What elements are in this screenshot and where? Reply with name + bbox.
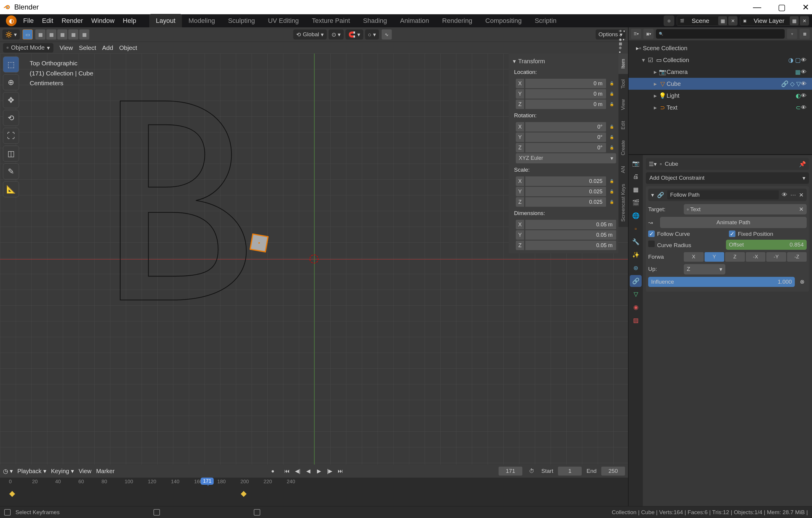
n-panel-header[interactable]: ▾ Transform	[511, 56, 616, 66]
snapping[interactable]: 🧲 ▾	[345, 29, 363, 39]
eye-icon[interactable]: 👁	[801, 104, 809, 111]
outliner-scene-collection[interactable]: ▸▫Scene Collection	[629, 42, 812, 54]
maximize-button[interactable]: ▢	[778, 2, 786, 12]
select-mode-4-icon[interactable]: ▦	[68, 29, 78, 39]
layer-close-icon[interactable]: ✕	[800, 16, 809, 25]
offset-field[interactable]: Offset0.854	[726, 240, 807, 250]
proptab-output[interactable]: 🖨	[630, 170, 642, 182]
pivot-point[interactable]: ⊙ ▾	[328, 29, 344, 39]
proptab-constraints[interactable]: 🔗	[630, 275, 642, 287]
workspace-tab-texture[interactable]: Texture Paint	[306, 14, 356, 28]
select-mode-2-icon[interactable]: ▦	[46, 29, 56, 39]
header-menu-object[interactable]: Object	[119, 44, 137, 51]
jump-start-icon[interactable]: ⏮	[282, 466, 292, 476]
collapse-icon[interactable]: ▾	[651, 192, 654, 198]
proptab-particles[interactable]: ✨	[630, 249, 642, 261]
fixed-position-checkbox[interactable]: ✓	[729, 230, 735, 237]
outliner-item-text[interactable]: ▸⊃Text ⊂👁	[629, 102, 812, 113]
playback-menu[interactable]: Playback ▾	[18, 467, 46, 474]
lock-icon[interactable]: 🔓	[607, 79, 616, 88]
proptab-object[interactable]: ▫	[630, 223, 642, 235]
play-reverse-icon[interactable]: ◀	[303, 466, 313, 476]
outliner-item-cube[interactable]: ▸▽Cube 🔗 ◇ ▽👁	[629, 78, 812, 90]
n-tab-create[interactable]: Create	[618, 135, 628, 161]
axis-neg-x[interactable]: -X	[746, 252, 766, 262]
playhead[interactable]: 171	[208, 478, 208, 486]
menu-file[interactable]: File	[19, 17, 38, 25]
outliner-mode-icon[interactable]: ☰▾	[631, 29, 641, 39]
rotation-x[interactable]: 0°	[525, 122, 606, 132]
proptab-viewlayer[interactable]: ▦	[630, 184, 642, 195]
workspace-tab-compositing[interactable]: Compositing	[479, 14, 528, 28]
axis-neg-z[interactable]: -Z	[787, 252, 807, 262]
keyframe-prev-icon[interactable]: ◀|	[293, 466, 302, 476]
tool-transform[interactable]: ◫	[3, 145, 19, 162]
axis-neg-y[interactable]: -Y	[766, 252, 786, 262]
proptab-scene[interactable]: 🎬	[630, 197, 642, 209]
xray-toggle[interactable]: ▦	[619, 42, 625, 46]
transform-orientation[interactable]: ⟲ Global ▾	[293, 29, 327, 39]
location-y[interactable]: 0 m	[525, 89, 606, 99]
eye-icon[interactable]: 👁	[801, 92, 809, 99]
proptab-texture[interactable]: ▨	[630, 314, 642, 326]
header-menu-add[interactable]: Add	[102, 44, 113, 51]
3d-viewport[interactable]: Top Orthographic (171) Collection | Cube…	[0, 53, 628, 465]
minimize-button[interactable]: —	[753, 2, 761, 12]
dim-y[interactable]: 0.05 m	[525, 230, 616, 240]
dim-z[interactable]: 0.05 m	[525, 241, 616, 250]
scene-browse-icon[interactable]: ▦	[718, 16, 727, 25]
dim-x[interactable]: 0.05 m	[525, 220, 616, 229]
new-collection-icon[interactable]: ▦	[800, 29, 810, 39]
proptab-mesh[interactable]: ▽	[630, 288, 642, 300]
viewlayer-selector[interactable]: ▣ View Layer ▦✕	[740, 16, 809, 26]
end-frame-field[interactable]: 250	[601, 467, 625, 475]
timeline-view-menu[interactable]: View	[79, 468, 91, 474]
layer-browse-icon[interactable]: ▦	[790, 16, 799, 25]
n-tab-view[interactable]: View	[618, 94, 628, 115]
app-icon[interactable]: ◐	[6, 16, 17, 26]
axis-y[interactable]: Y	[704, 252, 724, 262]
start-frame-field[interactable]: 1	[558, 467, 582, 475]
workspace-tab-animation[interactable]: Animation	[394, 14, 436, 28]
axis-z[interactable]: Z	[725, 252, 745, 262]
select-tool-icon[interactable]: ▭	[23, 29, 33, 39]
render-engine-icon[interactable]: ◎	[664, 16, 674, 26]
tool-rotate[interactable]: ⟲	[3, 110, 19, 126]
current-frame-field[interactable]: 171	[499, 467, 522, 475]
autokey-icon[interactable]: ●	[268, 466, 278, 476]
filter-icon[interactable]: ▿	[787, 29, 797, 39]
outliner-display-icon[interactable]: ▣▾	[643, 29, 654, 39]
n-tab-tool[interactable]: Tool	[618, 74, 628, 94]
play-icon[interactable]: ▶	[314, 466, 324, 476]
lock-icon[interactable]: 🔓	[607, 197, 616, 207]
tool-move[interactable]: ✥	[3, 92, 19, 108]
lock-icon[interactable]: 🔓	[607, 133, 616, 142]
outliner-item-light[interactable]: ▸💡Light ◐👁	[629, 90, 812, 102]
overlay-toggle[interactable]: ◉ ▾	[619, 37, 625, 42]
dropdown-icon[interactable]: ☰▾	[649, 161, 657, 167]
workspace-tab-uv[interactable]: UV Editing	[261, 14, 306, 28]
timeline-editor-type[interactable]: ◷ ▾	[3, 467, 13, 474]
clear-icon[interactable]: ⊗	[798, 278, 807, 285]
workspace-tab-shading[interactable]: Shading	[356, 14, 394, 28]
eye-icon[interactable]: 👁	[801, 69, 809, 76]
follow-curve-checkbox[interactable]: ✓	[648, 230, 655, 237]
workspace-tab-rendering[interactable]: Rendering	[436, 14, 479, 28]
influence-slider[interactable]: Influence 1.000	[648, 277, 795, 287]
jump-end-icon[interactable]: ⏭	[336, 466, 345, 476]
select-mode-5-icon[interactable]: ▦	[79, 29, 89, 39]
proptab-physics[interactable]: ⊛	[630, 262, 642, 274]
add-constraint-dropdown[interactable]: Add Object Constraint▾	[646, 172, 809, 184]
proportional-edit[interactable]: ○ ▾	[365, 29, 379, 39]
axis-x[interactable]: X	[684, 252, 704, 262]
workspace-tab-scripting[interactable]: Scriptin	[528, 14, 563, 28]
scale-z[interactable]: 0.025	[525, 197, 606, 207]
editor-type-selector[interactable]: 🔆 ▾	[2, 29, 20, 39]
header-menu-view[interactable]: View	[59, 44, 73, 51]
menu-render[interactable]: Render	[57, 17, 87, 25]
lock-icon[interactable]: 🔓	[607, 143, 616, 153]
workspace-tab-sculpting[interactable]: Sculpting	[222, 14, 261, 28]
keyframe-next-icon[interactable]: |▶	[325, 466, 335, 476]
outliner-item-camera[interactable]: ▸📷Camera ▦👁	[629, 66, 812, 78]
lock-icon[interactable]: 🔓	[607, 89, 616, 99]
